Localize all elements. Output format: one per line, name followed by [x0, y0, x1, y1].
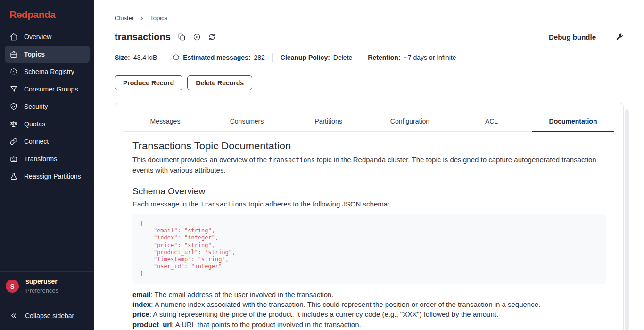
field-description: price: A string representing the price o…: [132, 309, 606, 319]
produce-record-button[interactable]: Produce Record: [115, 75, 182, 90]
breadcrumb-cluster[interactable]: Cluster: [115, 15, 134, 22]
sidebar-item-quotas[interactable]: Quotas: [5, 116, 90, 132]
debug-bundle-link[interactable]: Debug bundle: [549, 33, 596, 41]
stat-divider: [165, 53, 165, 62]
code-line: "index": "integer",: [140, 234, 598, 241]
redpanda-logo: Redpanda: [0, 0, 94, 27]
code-line: }: [140, 270, 598, 277]
code-line: "product_url": "string",: [140, 249, 598, 256]
schema-heading: Schema Overview: [132, 186, 606, 197]
info-icon: [173, 54, 180, 61]
quotas-icon: [9, 120, 18, 128]
sidebar-item-label: Reassign Partitions: [24, 173, 81, 180]
sidebar-item-connect[interactable]: Connect: [5, 133, 90, 150]
topic-card: MessagesConsumersPartitionsConfiguration…: [115, 103, 624, 330]
stat-cleanup-policy-: Cleanup Policy:Delete: [281, 54, 353, 61]
chevron-right-icon: [139, 16, 145, 21]
collapse-sidebar-label: Collapse sidebar: [25, 312, 74, 320]
sidebar-item-label: Schema Registry: [24, 68, 74, 75]
sidebar-item-label: Overview: [24, 33, 51, 41]
doc-title: Transactions Topic Documentation: [132, 140, 606, 152]
stat-divider: [272, 53, 273, 62]
stat-label: Retention:: [368, 54, 400, 61]
page-title: transactions: [115, 32, 171, 42]
connect-icon: [9, 137, 18, 146]
field-desc: : A numeric index associated with the tr…: [151, 300, 540, 308]
tab-acl[interactable]: ACL: [451, 115, 532, 131]
sidebar-nav: OverviewTopicsSchema RegistryConsumer Gr…: [0, 27, 94, 186]
sidebar-bottom: S superuser Preferences Collapse sidebar: [0, 271, 94, 330]
field-description: email: The email address of the user inv…: [132, 289, 606, 299]
code-line: "price": "string",: [140, 242, 598, 249]
user-name: superuser: [25, 278, 58, 286]
title-icons: [178, 33, 216, 41]
home-icon: [9, 33, 18, 41]
code-line: "timestamp": "string",: [140, 256, 598, 263]
field-name: price: [132, 310, 149, 318]
breadcrumb: Cluster Topics: [115, 15, 624, 22]
topics-icon: [9, 50, 18, 58]
stat-estimated-messages-: Estimated messages:282: [173, 54, 265, 61]
user-profile[interactable]: S superuser Preferences: [0, 271, 94, 301]
reassign-partitions-icon: [9, 172, 18, 181]
sidebar-item-schema-registry[interactable]: Schema Registry: [5, 63, 90, 80]
sidebar-item-consumer-groups[interactable]: Consumer Groups: [5, 81, 90, 98]
inline-code: transactions: [269, 156, 315, 164]
sidebar-item-overview[interactable]: Overview: [5, 28, 90, 45]
sidebar-item-label: Transforms: [24, 155, 57, 163]
consumer-groups-icon: [9, 85, 18, 93]
stat-retention-: Retention:~7 days or Infinite: [368, 54, 456, 61]
schema-registry-icon: [9, 67, 18, 76]
field-description: index: A numeric index associated with t…: [132, 299, 606, 309]
field-descriptions: email: The email address of the user inv…: [132, 289, 606, 330]
field-name: product_url: [132, 321, 172, 329]
sidebar-item-label: Quotas: [24, 120, 45, 128]
tab-partitions[interactable]: Partitions: [288, 115, 369, 131]
refresh-icon[interactable]: [208, 33, 216, 41]
field-name: index: [132, 300, 151, 308]
preferences-link[interactable]: Preferences: [25, 287, 58, 295]
tab-consumers[interactable]: Consumers: [206, 115, 288, 131]
code-line: "user_id": "integer": [140, 263, 598, 270]
schema-intro: Each message in the transactions topic a…: [132, 199, 606, 209]
stat-value: 282: [254, 54, 264, 61]
sidebar-item-label: Security: [24, 103, 48, 110]
sidebar-item-label: Topics: [24, 50, 45, 58]
stat-value: ~7 days or Infinite: [404, 54, 456, 61]
field-name: email: [132, 290, 150, 298]
field-desc: : A URL that points to the product invol…: [172, 321, 361, 329]
field-description: product_url: A URL that points to the pr…: [132, 320, 606, 330]
topic-actions: Produce Record Delete Records: [115, 75, 624, 90]
field-desc: : A string representing the price of the…: [149, 310, 498, 318]
sidebar-item-topics[interactable]: Topics: [5, 46, 90, 63]
json-schema-code-block: { "email": "string", "index": "integer",…: [132, 214, 606, 284]
scrollbar[interactable]: [625, 109, 629, 330]
sidebar-item-transforms[interactable]: Transforms: [5, 150, 90, 167]
breadcrumb-topics[interactable]: Topics: [150, 15, 167, 22]
stat-label: Cleanup Policy:: [281, 54, 330, 61]
play-circle-icon[interactable]: [193, 33, 201, 41]
avatar: S: [6, 280, 19, 293]
wrench-icon[interactable]: [616, 33, 624, 41]
sidebar-item-label: Consumer Groups: [24, 85, 78, 93]
collapse-sidebar-button[interactable]: Collapse sidebar: [0, 301, 94, 330]
tab-configuration[interactable]: Configuration: [369, 115, 451, 131]
title-row: transactions Debug bundle: [115, 32, 624, 42]
topic-stats: Size:43.4 kiBEstimated messages:282Clean…: [115, 53, 624, 62]
tab-bar: MessagesConsumersPartitionsConfiguration…: [124, 103, 614, 132]
stat-divider: [360, 53, 360, 62]
main-content: Cluster Topics transactions Debug bundle…: [94, 0, 644, 330]
tab-messages[interactable]: Messages: [124, 115, 206, 131]
field-desc: : The email address of the user involved…: [150, 290, 333, 298]
delete-records-button[interactable]: Delete Records: [187, 75, 252, 90]
transforms-icon: [9, 155, 18, 163]
sidebar: Redpanda OverviewTopicsSchema RegistryCo…: [0, 0, 94, 330]
stat-size-: Size:43.4 kiB: [115, 54, 157, 61]
stat-value: 43.4 kiB: [133, 54, 157, 61]
sidebar-item-security[interactable]: Security: [5, 98, 90, 115]
copy-icon[interactable]: [178, 33, 186, 41]
tab-documentation[interactable]: Documentation: [532, 115, 614, 131]
security-icon: [9, 102, 18, 111]
chevrons-left-icon: [10, 312, 17, 320]
sidebar-item-reassign-partitions[interactable]: Reassign Partitions: [5, 168, 90, 185]
